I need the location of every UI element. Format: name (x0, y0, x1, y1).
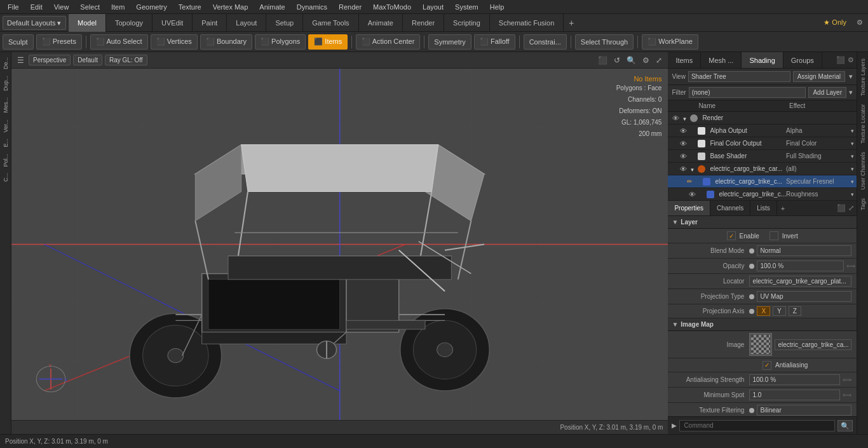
menu-item[interactable]: Item (106, 2, 130, 12)
eye-icon-render[interactable]: 👁 (670, 114, 681, 122)
props-maximize-icon[interactable]: ⤢ (848, 204, 854, 212)
tree-row-final-color[interactable]: 👁 Final Color Output Final Color ▾ (668, 137, 857, 150)
settings-button[interactable]: ⚙ (851, 18, 868, 27)
image-select[interactable]: electric_cargo_trike_ca... (775, 339, 851, 350)
tex-filter-select[interactable]: Bilinear (757, 405, 851, 416)
x-axis-button[interactable]: X (757, 306, 770, 316)
items-button[interactable]: ⬛ Items (308, 34, 348, 50)
search-icon[interactable]: 🔍 (625, 56, 638, 65)
maximize-icon[interactable]: ⤢ (654, 56, 664, 65)
viewport[interactable]: ☰ Perspective Default Ray GL: Off ⬛ ↺ 🔍 … (11, 52, 668, 434)
tab-animate[interactable]: Animate (359, 14, 403, 32)
layout-selector[interactable]: Default Layouts ▾ (3, 16, 66, 30)
tree-row-trike-group[interactable]: 👁 electric_cargo_trike_car... (all) ▾ (668, 163, 857, 175)
presets-button[interactable]: ⬛ Presets (36, 34, 82, 50)
final-color-arrow[interactable]: ▾ (851, 140, 854, 147)
eye-icon-trike-group[interactable]: 👁 (678, 165, 688, 173)
opacity-drag-icon[interactable]: ⟺ (846, 262, 855, 269)
menu-geometry[interactable]: Geometry (131, 2, 172, 12)
auto-select-button[interactable]: ⬛ Auto Select (90, 34, 148, 50)
boundary-button[interactable]: ⬛ Boundary (200, 34, 252, 50)
props-resize-icon[interactable]: ⬛ (837, 204, 846, 212)
menu-help[interactable]: Help (485, 2, 510, 12)
add-layer-button[interactable]: Add Layer (808, 87, 846, 98)
refresh-icon[interactable]: ↺ (612, 56, 622, 65)
tree-row-render[interactable]: 👁 Render (668, 112, 857, 125)
menu-dynamics[interactable]: Dynamics (292, 2, 332, 12)
command-arrow-icon[interactable]: ▶ (672, 422, 677, 429)
trike-group-arrow[interactable]: ▾ (851, 166, 854, 172)
opacity-input[interactable] (757, 261, 844, 271)
proj-type-select[interactable]: UV Map (757, 291, 851, 302)
tab-layout[interactable]: Layout (227, 14, 266, 32)
eye-icon-base-shader[interactable]: 👁 (678, 153, 688, 160)
panel-tab-groups[interactable]: Groups (783, 52, 822, 68)
viewport-3d[interactable]: Y X No Items Polygons : Face Channels: 0… (11, 69, 668, 420)
props-tab-properties[interactable]: Properties (668, 201, 710, 215)
tree-row-trike-specular[interactable]: ✏ electric_cargo_trike_c... Specular Fre… (668, 175, 857, 188)
menu-file[interactable]: File (3, 2, 24, 12)
aa-strength-drag-icon[interactable]: ⟺ (843, 376, 851, 383)
add-tab-button[interactable]: + (564, 14, 579, 32)
tab-setup[interactable]: Setup (266, 14, 303, 32)
menu-maxtomodo[interactable]: MaxToModo (368, 2, 416, 12)
command-input[interactable] (679, 420, 835, 431)
specular-arrow[interactable]: ▾ (851, 179, 854, 185)
tree-row-alpha[interactable]: 👁 Alpha Output Alpha ▾ (668, 125, 857, 137)
enable-checkbox[interactable]: ✓ (727, 231, 736, 240)
screenshot-icon[interactable]: ⬛ (596, 56, 609, 65)
sculpt-button[interactable]: Sculpt (3, 34, 34, 50)
aa-strength-input[interactable] (749, 374, 840, 385)
roughness-arrow[interactable]: ▾ (851, 191, 854, 198)
antialiasing-checkbox[interactable]: ✓ (763, 361, 771, 370)
menu-system[interactable]: System (450, 2, 484, 12)
viewport-menu-icon[interactable]: ☰ (15, 56, 26, 65)
work-plane-button[interactable]: ⬛ WorkPlane (642, 34, 698, 50)
menu-layout[interactable]: Layout (417, 2, 449, 12)
tab-model[interactable]: Model (69, 14, 106, 32)
perspective-button[interactable]: Perspective (29, 55, 71, 65)
camera-button[interactable]: Default (73, 55, 102, 65)
sidebar-label-pol[interactable]: Pol... (1, 151, 10, 170)
panel-tab-items[interactable]: Items (668, 52, 701, 68)
tab-scripting[interactable]: Scripting (444, 14, 490, 32)
menu-texture[interactable]: Texture (173, 2, 207, 12)
invert-checkbox[interactable] (770, 231, 778, 240)
sidebar-label-e[interactable]: E... (1, 136, 10, 150)
eye-icon-final-color[interactable]: 👁 (678, 140, 688, 147)
vtab-tags[interactable]: Tags (858, 194, 867, 214)
tree-row-trike-roughness[interactable]: 👁 electric_cargo_trike_c... Roughness ▾ (668, 188, 857, 201)
locator-select[interactable]: electric_cargo_trike_cargo_plat... (749, 276, 851, 287)
select-through-button[interactable]: Select Through (575, 34, 634, 50)
panel-tab-mesh[interactable]: Mesh ... (701, 52, 742, 68)
menu-render[interactable]: Render (334, 2, 367, 12)
tab-paint[interactable]: Paint (193, 14, 227, 32)
assign-dropdown-icon[interactable]: ▾ (849, 72, 853, 81)
command-search-button[interactable]: 🔍 (837, 420, 853, 431)
expand-render[interactable] (681, 114, 688, 122)
vtab-texture-layers[interactable]: Texture Layers (858, 55, 867, 100)
polygons-button[interactable]: ⬛ Polygons (255, 34, 306, 50)
assign-material-button[interactable]: Assign Material (793, 71, 845, 82)
add-layer-dropdown-icon[interactable]: ▾ (849, 88, 853, 97)
tab-game-tools[interactable]: Game Tools (303, 14, 359, 32)
tree-row-base-shader[interactable]: 👁 Base Shader Full Shading ▾ (668, 150, 857, 163)
props-tab-channels[interactable]: Channels (710, 201, 750, 215)
expand-trike-group[interactable] (688, 165, 696, 173)
filter-select[interactable]: (none) (689, 87, 806, 98)
section-layer-header[interactable]: ▼ Layer (668, 216, 857, 229)
settings-icon[interactable]: ⚙ (641, 56, 651, 65)
star-only[interactable]: ★ Only (818, 18, 851, 27)
falloff-button[interactable]: ⬛ Falloff (474, 34, 515, 50)
menu-view[interactable]: View (49, 2, 74, 12)
z-axis-button[interactable]: Z (789, 306, 801, 316)
base-shader-arrow[interactable]: ▾ (851, 153, 854, 160)
tab-schematic[interactable]: Schematic Fusion (490, 14, 564, 32)
menu-edit[interactable]: Edit (25, 2, 48, 12)
menu-animate[interactable]: Animate (254, 2, 290, 12)
y-axis-button[interactable]: Y (773, 306, 786, 316)
action-center-button[interactable]: ⬛ Action Center (356, 34, 420, 50)
min-spot-drag-icon[interactable]: ⟺ (843, 391, 851, 398)
sidebar-label-mesh[interactable]: Mes... (1, 95, 10, 116)
menu-vertex-map[interactable]: Vertex Map (208, 2, 254, 12)
